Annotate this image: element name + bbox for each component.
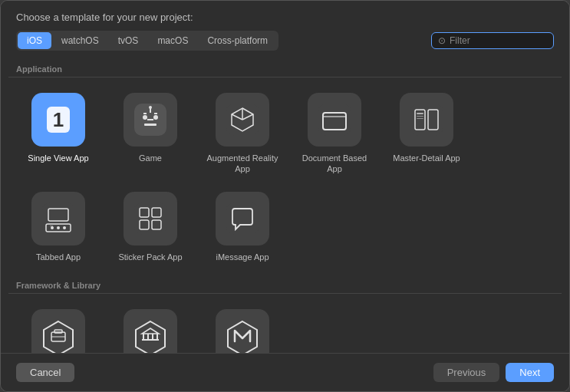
tab-tvos[interactable]: tvOS	[109, 32, 148, 49]
template-item-static-library[interactable]: Static Library	[108, 305, 193, 353]
tabbed-app-label: Tabbed App	[36, 252, 81, 262]
template-item-ar[interactable]: Augmented Reality App	[200, 88, 285, 180]
svg-rect-18	[323, 116, 346, 117]
master-detail-icon	[400, 93, 453, 147]
svg-rect-25	[42, 203, 74, 235]
svg-rect-22	[417, 113, 423, 114]
platform-tab-bar: iOS watchOS tvOS macOS Cross-platform	[16, 31, 278, 51]
framework-icon	[31, 309, 85, 353]
template-item-master-detail[interactable]: Master-Detail App	[384, 88, 469, 180]
svg-point-30	[63, 226, 66, 229]
ar-label: Augmented Reality App	[205, 153, 280, 175]
svg-point-4	[153, 115, 158, 120]
ar-icon	[216, 93, 269, 147]
svg-marker-47	[142, 328, 159, 334]
sticker-pack-icon	[124, 192, 177, 245]
svg-point-28	[51, 226, 54, 229]
document-based-label: Document Based App	[297, 153, 372, 175]
single-view-app-icon: 1	[31, 93, 85, 147]
document-based-icon	[308, 93, 361, 147]
template-item-tabbed-app[interactable]: Tabbed App	[16, 187, 100, 267]
template-content: Application 1 Single View App	[1, 58, 569, 353]
filter-box[interactable]: ⊙	[431, 32, 554, 49]
tab-ios[interactable]: iOS	[18, 32, 51, 49]
template-item-sticker-pack[interactable]: Sticker Pack App	[108, 187, 193, 267]
game-label: Game	[139, 153, 162, 163]
svg-rect-32	[134, 203, 166, 235]
template-item-game[interactable]: Game	[108, 88, 193, 180]
svg-rect-5	[147, 119, 153, 120]
dialog-footer: Cancel Previous Next	[1, 353, 569, 391]
new-project-dialog: Choose a template for your new project: …	[0, 0, 570, 392]
svg-rect-24	[417, 118, 423, 119]
tab-cross-platform[interactable]: Cross-platform	[198, 32, 277, 49]
template-item-metal-library[interactable]: Metal Library	[200, 305, 285, 353]
template-item-framework[interactable]: Framework	[16, 305, 100, 353]
imessage-icon	[216, 192, 269, 245]
dialog-header: Choose a template for your new project: …	[1, 1, 569, 58]
imessage-label: iMessage App	[216, 252, 269, 262]
svg-point-10	[149, 106, 152, 109]
framework-grid: Framework Static Library	[8, 297, 562, 353]
section-application-label: Application	[8, 58, 562, 77]
template-item-single-view-app[interactable]: 1 Single View App	[16, 88, 100, 180]
game-icon	[124, 93, 177, 147]
svg-rect-37	[226, 203, 259, 235]
svg-text:1: 1	[53, 108, 64, 131]
tab-macos[interactable]: macOS	[148, 32, 197, 49]
static-library-icon	[124, 309, 177, 353]
svg-marker-42	[136, 321, 165, 353]
footer-right-buttons: Previous Next	[433, 363, 554, 382]
svg-rect-31	[50, 226, 53, 226]
svg-rect-40	[54, 330, 62, 333]
previous-button[interactable]: Previous	[433, 363, 500, 382]
svg-rect-8	[144, 124, 157, 126]
sticker-pack-label: Sticker Pack App	[118, 252, 182, 262]
dialog-title: Choose a template for your new project:	[16, 12, 554, 23]
cancel-button[interactable]: Cancel	[16, 363, 74, 382]
svg-point-3	[143, 115, 147, 120]
svg-rect-6	[143, 113, 147, 114]
filter-icon: ⊙	[438, 35, 446, 46]
tab-watchos[interactable]: watchOS	[52, 32, 108, 49]
tabbed-app-icon	[31, 192, 85, 245]
section-framework-label: Framework & Library	[8, 275, 562, 294]
template-item-imessage[interactable]: iMessage App	[200, 187, 285, 267]
svg-rect-23	[417, 116, 423, 117]
next-button[interactable]: Next	[506, 363, 554, 382]
filter-input[interactable]	[450, 35, 547, 46]
single-view-app-label: Single View App	[28, 153, 88, 163]
master-detail-label: Master-Detail App	[393, 153, 460, 163]
svg-rect-7	[154, 113, 157, 114]
application-grid: 1 Single View App	[8, 81, 562, 275]
template-item-document-based[interactable]: Document Based App	[292, 88, 377, 180]
svg-point-29	[57, 226, 60, 229]
metal-library-icon	[216, 309, 269, 353]
